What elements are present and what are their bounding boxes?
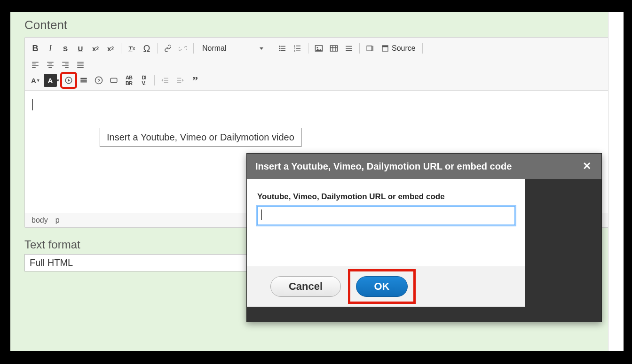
status-path-p[interactable]: p <box>55 216 60 225</box>
iframe-button[interactable] <box>107 74 120 87</box>
close-icon: ✕ <box>583 160 591 172</box>
svg-rect-28 <box>32 67 36 68</box>
source-button-label: Source <box>392 44 416 53</box>
svg-rect-49 <box>164 78 168 79</box>
toolbar-separator <box>422 43 423 54</box>
dialog-footer: Cancel OK <box>247 266 525 307</box>
svg-marker-42 <box>68 79 71 82</box>
dialog-close-button[interactable]: ✕ <box>581 160 593 172</box>
italic-button[interactable]: I <box>44 42 57 55</box>
insert-video-dialog: Insert a Youtube, Vimeo, Dailymotion URL… <box>246 153 602 322</box>
svg-rect-36 <box>65 67 69 68</box>
status-path-body[interactable]: body <box>32 216 48 225</box>
svg-rect-43 <box>80 78 87 79</box>
toolbar-separator <box>359 43 360 54</box>
cancel-button[interactable]: Cancel <box>270 276 341 297</box>
horizontal-rule-button[interactable] <box>342 42 356 55</box>
svg-text:3: 3 <box>294 50 296 53</box>
align-left-button[interactable] <box>29 58 42 71</box>
format-dropdown[interactable]: Normal <box>198 42 268 55</box>
help-button[interactable]: ? <box>92 74 105 87</box>
dialog-body: Youtube, Vimeo, Dailymotion URL or embed… <box>247 179 525 266</box>
text-cursor <box>32 99 33 110</box>
svg-rect-7 <box>296 46 300 46</box>
bg-color-button[interactable]: A <box>44 74 57 87</box>
svg-rect-55 <box>177 82 181 83</box>
svg-rect-1 <box>281 46 285 47</box>
editor-toolbar: B I S U x2 x2 Tx Ω <box>25 38 615 91</box>
svg-rect-22 <box>372 46 373 51</box>
dialog-field-label: Youtube, Vimeo, Dailymotion URL or embed… <box>257 192 515 201</box>
dialog-header[interactable]: Insert a Youtube, Vimeo, Dailymotion URL… <box>247 154 601 179</box>
svg-marker-56 <box>182 79 184 82</box>
svg-rect-24 <box>382 46 388 47</box>
blockquote-button[interactable]: ” <box>189 74 202 87</box>
toolbar-row-1: B I S U x2 x2 Tx Ω <box>28 40 612 56</box>
svg-rect-51 <box>164 82 168 83</box>
svg-rect-48 <box>111 78 117 83</box>
video-url-input[interactable] <box>257 206 515 225</box>
link-button[interactable] <box>161 42 174 55</box>
svg-rect-18 <box>346 46 352 47</box>
svg-marker-52 <box>162 79 163 82</box>
text-color-button[interactable]: A▾ <box>29 74 42 87</box>
svg-point-2 <box>279 48 281 49</box>
indent-button[interactable] <box>174 74 187 87</box>
svg-rect-53 <box>177 78 181 79</box>
svg-rect-3 <box>281 48 285 49</box>
svg-rect-34 <box>65 64 69 65</box>
toolbar-separator <box>308 43 308 54</box>
svg-point-4 <box>279 50 281 51</box>
bulleted-list-button[interactable] <box>276 42 289 55</box>
svg-rect-38 <box>77 64 84 65</box>
svg-rect-33 <box>62 62 69 63</box>
subscript-button[interactable]: x2 <box>104 42 117 55</box>
input-cursor <box>261 209 262 220</box>
svg-rect-37 <box>77 62 84 63</box>
remove-format-button[interactable]: Tx <box>125 42 138 55</box>
chevron-down-icon <box>260 47 263 50</box>
svg-rect-25 <box>32 62 39 63</box>
unlink-button[interactable] <box>176 42 190 55</box>
align-center-button[interactable] <box>44 58 57 71</box>
numbered-list-button[interactable]: 123 <box>291 42 304 55</box>
svg-point-13 <box>317 47 318 48</box>
svg-text:?: ? <box>97 78 100 83</box>
bold-button[interactable]: B <box>29 42 42 55</box>
ok-button[interactable]: OK <box>356 276 408 297</box>
section-title: Content <box>24 18 615 32</box>
svg-rect-29 <box>47 62 54 63</box>
div-button[interactable]: DIV. <box>137 74 150 87</box>
insert-video-tooltip: Insert a Youtube, Vimeo or Dailymotion v… <box>100 128 301 147</box>
toolbar-row-3: A▾ A ▾ ? ABBR DIV. <box>28 72 612 88</box>
toolbar-separator <box>154 75 155 85</box>
underline-button[interactable]: U <box>74 42 87 55</box>
align-justify-button[interactable] <box>74 58 87 71</box>
superscript-button[interactable]: x2 <box>89 42 102 55</box>
svg-rect-27 <box>32 65 39 66</box>
special-char-button[interactable]: Ω <box>140 42 153 55</box>
codesnippet-button[interactable] <box>77 74 90 87</box>
svg-rect-14 <box>331 46 338 51</box>
abbr-button[interactable]: ABBR <box>122 74 135 87</box>
svg-rect-30 <box>48 64 52 65</box>
table-button[interactable] <box>327 42 340 55</box>
image-button[interactable] <box>312 42 325 55</box>
strikethrough-button[interactable]: S <box>59 42 72 55</box>
outdent-button[interactable] <box>158 74 172 87</box>
svg-rect-5 <box>281 50 285 51</box>
align-right-button[interactable] <box>59 58 72 71</box>
toolbar-separator <box>193 43 194 54</box>
svg-rect-20 <box>346 50 352 51</box>
svg-rect-39 <box>77 65 84 66</box>
svg-rect-45 <box>80 81 87 82</box>
svg-rect-26 <box>32 64 36 65</box>
insert-video-button[interactable] <box>62 74 75 87</box>
svg-rect-21 <box>367 46 372 51</box>
source-button[interactable]: Source <box>378 42 419 55</box>
toolbar-row-2 <box>28 56 612 72</box>
toolbar-separator <box>157 43 158 54</box>
media-button[interactable] <box>363 42 377 55</box>
svg-rect-32 <box>48 67 52 68</box>
svg-rect-9 <box>296 48 300 49</box>
